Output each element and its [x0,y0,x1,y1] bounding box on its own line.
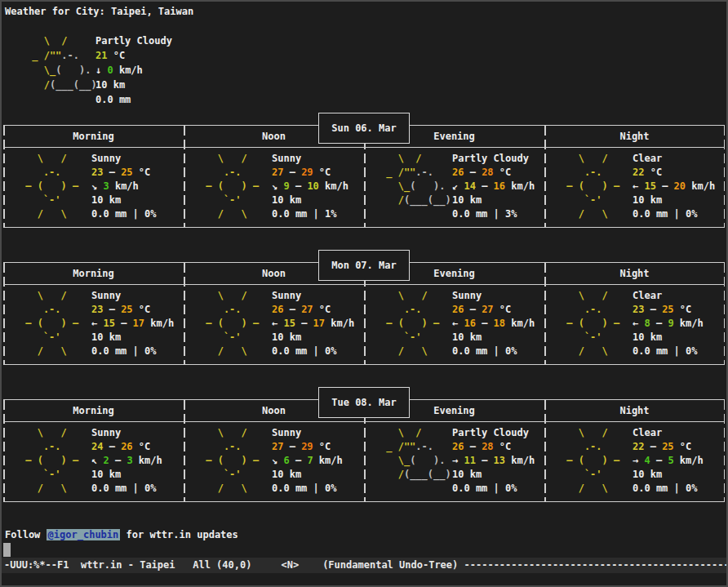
text-segment: 0.0 mm | 0% [91,208,156,220]
text-segment: (___(__) [404,194,451,206]
text-segment: km/h [674,318,704,329]
text-segment: .-. [20,441,61,452]
text-segment: ← [452,318,464,329]
text-segment: `-' [200,469,242,480]
text-segment [380,482,386,494]
detail-line: 10 km [91,468,162,482]
text-segment: – [656,180,674,192]
table-vertical-divider [184,400,185,501]
text-segment: °C [644,167,662,178]
text-segment: – [650,318,668,329]
text-segment: ― ( ) ― [561,180,619,192]
text-segment: – [290,180,308,192]
text-segment: ← [633,318,644,329]
detail-line: 0.0 mm | 0% [272,345,354,358]
sunny-icon: \ / .-. ― ( ) ― `-' / \ [20,289,91,358]
text-segment: `-' [20,331,61,343]
detail-line: Sunny [452,289,535,303]
detail-line: 26 – 28 °C [452,440,535,454]
text-segment: – [295,318,313,329]
text-segment: 5 [668,455,673,466]
text-segment: / [26,79,50,91]
text-segment: – [283,304,301,315]
text-segment: \_ [380,455,410,466]
text-segment: 26 [452,304,464,315]
text-segment: _ /"" [26,50,61,61]
footer-prefix: Follow [5,529,47,540]
text-segment: km/h [674,455,704,466]
text-segment: / [380,194,404,206]
text-segment: 10 km [272,469,301,480]
text-segment: – [644,304,662,315]
period-header-morning: Morning [3,405,184,416]
text-segment: ← [272,318,283,329]
text-segment: ↘ [91,180,103,192]
text-segment: 29 [301,167,313,178]
text-segment: Sunny [91,290,121,301]
partly-cloudy-icon: \ / _ /"".-. \_( ). /(___(__) [380,426,452,496]
text-segment: 0.0 mm | 0% [272,482,336,494]
text-segment: / \ [200,482,247,494]
detail-line: 26 – 27 °C [452,303,535,317]
text-segment: 23 [91,304,103,315]
text-segment: → [633,455,644,466]
text-segment: / \ [561,208,608,220]
forecast-cell-noon: \ / .-. ― ( ) ― `-' / \Sunny27 – 29 °C↘ … [184,148,364,227]
text-segment: / \ [561,345,608,357]
text-segment: 10 [307,180,318,192]
text-segment: Clear [633,290,662,301]
table-vertical-divider [544,126,546,227]
text-segment: °C [313,441,331,452]
weather-details: Sunny24 – 26 °C↖ 2 – 3 km/h10 km0.0 mm |… [91,426,162,496]
detail-line: 0.0 mm | 0% [452,482,535,496]
detail-line: 10 km [452,331,535,345]
forecast-cell-night: \ / .-. ― ( ) ― `-' / \Clear23 – 25 °C← … [544,285,725,364]
text-segment: 0.0 mm | 3% [452,208,517,220]
detail-line: 10 km [272,193,348,207]
weather-details: Sunny26 – 27 °C← 15 – 17 km/h10 km0.0 mm… [272,289,354,358]
forecast-cell-evening: \ / .-. ― ( ) ― `-' / \Sunny26 – 27 °C← … [364,285,544,364]
twitter-handle[interactable]: @igor_chubin [47,529,121,540]
text-segment: \ / [200,153,247,164]
detail-line: ↙ 14 – 16 km/h [452,180,535,193]
text-segment: 6 [283,455,289,466]
text-segment [380,208,386,220]
text-segment: km/h [113,64,143,76]
text-segment: 13 [494,455,505,466]
table-vertical-divider [184,126,185,227]
table-vertical-divider [3,400,5,501]
detail-line: 23 – 25 °C [633,303,704,317]
detail-line: ↖ 2 – 3 km/h [91,454,162,468]
text-segment: 15 [103,318,114,329]
text-segment: _ /"" [380,441,415,452]
period-header-night: Night [544,405,725,416]
text-segment: km/h [319,180,348,192]
detail-line: ↘ 9 – 10 km/h [272,180,348,193]
text-segment: _ /"" [380,167,415,178]
text-segment: Clear [633,153,662,164]
period-header-night: Night [544,131,725,142]
text-segment: Sunny [91,153,121,164]
text-segment: / \ [20,208,67,220]
text-segment: \ / [20,153,67,164]
detail-line: 0.0 mm | 0% [633,207,715,221]
date-box: Mon 07. Mar [318,250,410,281]
detail-line: 10 km [91,193,156,207]
text-segment: ― ( ) ― [20,455,78,466]
text-segment: 9 [283,180,289,192]
forecast-cell-morning: \ / .-. ― ( ) ― `-' / \Sunny24 – 26 °C↖ … [3,422,184,501]
text-segment: Sunny [91,427,121,438]
text-segment: °C [133,167,151,178]
text-segment: `-' [20,469,61,480]
text-segment: 10 km [272,194,301,206]
text-segment: .-. [20,304,61,315]
detail-line: 10 km [272,468,343,482]
text-segment: 10 km [91,469,121,480]
text-segment: 10 km [633,469,662,480]
sunny-icon: \ / .-. ― ( ) ― `-' / \ [20,426,91,496]
text-segment: 27 [482,304,493,315]
text-segment: .-. [415,441,433,452]
text-segment: – [476,180,494,192]
text-segment: 16 [494,180,505,192]
detail-line: 26 – 28 °C [452,166,535,180]
